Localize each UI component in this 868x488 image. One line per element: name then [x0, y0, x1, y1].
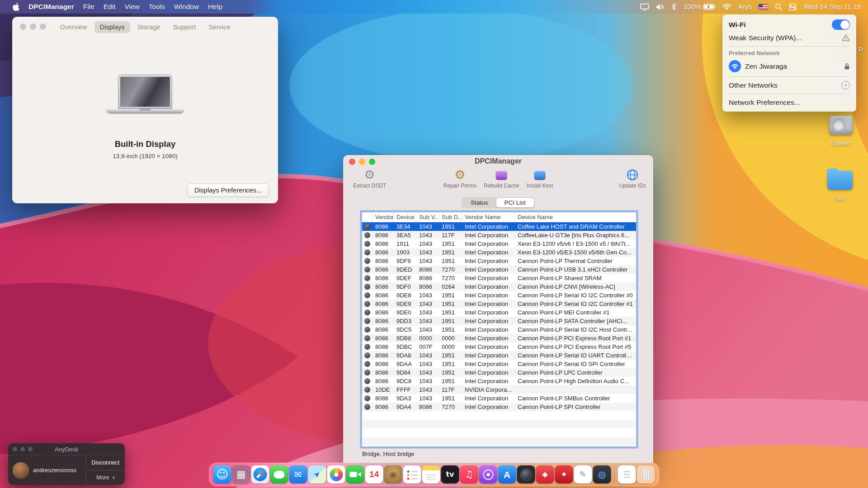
dock-calendar-icon[interactable]: 14 [365, 465, 383, 483]
zoom-button[interactable] [369, 159, 375, 165]
pci-row[interactable]: 80869DE810431951Intel CorporationCannon … [362, 291, 636, 300]
displays-preferences-button[interactable]: Displays Preferences... [187, 183, 269, 197]
dock-launchpad-icon[interactable]: ▦ [232, 465, 250, 483]
pci-row[interactable]: 80869DA810431951Intel CorporationCannon … [362, 351, 636, 360]
close-button[interactable] [349, 159, 355, 165]
pci-row[interactable]: 80869DB800000000Intel CorporationCannon … [362, 334, 636, 343]
dock-textedit-icon[interactable]: ✎ [574, 465, 592, 483]
bluetooth-icon[interactable] [671, 0, 676, 14]
dock-divider [614, 465, 615, 483]
tab-overview[interactable]: Overview [54, 21, 92, 33]
apple-menu[interactable] [8, 0, 24, 14]
pci-row[interactable]: 80869DA480867270Intel CorporationCannon … [362, 403, 636, 411]
menubar-app-name[interactable]: DPCIManager [24, 0, 79, 14]
about-this-mac-window: OverviewDisplaysStorageSupportService Bu… [12, 17, 278, 203]
wifi-icon[interactable] [722, 0, 731, 14]
pci-row[interactable]: 80863E3410431951Intel CorporationCoffee … [362, 222, 636, 231]
dock-notes-icon[interactable] [422, 465, 440, 483]
pci-row[interactable]: 8086191110431951Intel CorporationXeon E3… [362, 239, 636, 248]
column-device[interactable]: Device [394, 212, 416, 222]
disconnect-button[interactable]: Disconnect [86, 455, 125, 470]
pci-row[interactable]: 80863EA51043117FIntel CorporationCoffeeL… [362, 231, 636, 239]
dock-mail-icon[interactable]: ✉ [289, 465, 307, 483]
dock-safari-icon[interactable] [251, 465, 269, 483]
pci-row[interactable]: 80869DEF80867270Intel CorporationCannon … [362, 274, 636, 282]
dock-app-red-2-icon[interactable]: ✦ [555, 465, 573, 483]
screen-mirroring-icon[interactable] [640, 0, 649, 14]
pci-row[interactable]: 80869DED80867270Intel CorporationCannon … [362, 265, 636, 274]
volume-icon[interactable] [656, 0, 665, 14]
column-sub-v[interactable]: Sub V... [416, 212, 439, 222]
tab-service[interactable]: Service [203, 21, 236, 33]
pci-row[interactable]: 80869DAA10431951Intel CorporationCannon … [362, 360, 636, 368]
column-sub-d[interactable]: Sub D... [439, 212, 462, 222]
dock-music-icon[interactable]: ♫ [460, 465, 478, 483]
user-menu[interactable]: Arys [738, 0, 752, 14]
column-vendor-name[interactable]: Vendor Name [462, 212, 515, 222]
dock-app-red-1-icon[interactable]: ◆ [536, 465, 554, 483]
desktop-icon-doc[interactable]: Doc [823, 171, 857, 202]
pci-device-icon [362, 224, 373, 230]
wifi-toggle[interactable] [832, 19, 850, 30]
toolbar-install-kext[interactable]: Install Kext [527, 169, 553, 189]
close-button[interactable] [13, 447, 17, 451]
minimize-button[interactable] [359, 159, 365, 165]
tab-displays[interactable]: Displays [94, 21, 130, 33]
toolbar-extract-dsdt[interactable]: ⚙ Extract DSDT [353, 169, 386, 189]
dock-app-store-icon[interactable]: A [498, 465, 516, 483]
zoom-button[interactable] [28, 447, 33, 451]
menu-view[interactable]: View [120, 0, 144, 14]
dock-messages-icon[interactable] [270, 465, 288, 483]
toolbar-rebuild-cache[interactable]: Rebuild Cache [484, 169, 519, 189]
more-button[interactable]: More ▾ [86, 470, 125, 485]
pci-row[interactable]: 80869DF910431951Intel CorporationCannon … [362, 257, 636, 265]
input-language-flag-icon[interactable] [759, 0, 768, 14]
menu-tools[interactable]: Tools [144, 0, 170, 14]
pci-row[interactable]: 80869DC510431951Intel CorporationCannon … [362, 325, 636, 334]
menu-file[interactable]: File [79, 0, 99, 14]
pci-row[interactable]: 10DEFFFF1043117FNVIDIA Corpora... [362, 385, 636, 394]
pci-row[interactable]: 80869DD310431951Intel CorporationCannon … [362, 317, 636, 325]
pci-row[interactable]: 80869DBC007F0000Intel CorporationCannon … [362, 343, 636, 351]
pci-row[interactable]: 80869D8410431951Intel CorporationCannon … [362, 368, 636, 377]
dock-camera-icon[interactable] [517, 465, 535, 483]
dock-podcasts-icon[interactable] [479, 465, 497, 483]
toolbar-repair-perms[interactable]: ⚙ Repair Perms [443, 169, 476, 189]
dock-reminders-icon[interactable] [403, 465, 421, 483]
dock-maps-icon[interactable]: ➤ [308, 465, 326, 483]
pci-row[interactable]: 80869DA310431951Intel CorporationCannon … [362, 394, 636, 403]
desktop-icon-untitled[interactable]: Untitled [824, 116, 858, 147]
tab-support[interactable]: Support [167, 21, 201, 33]
dock-tv-icon[interactable]: tv [441, 465, 459, 483]
column-vendor[interactable]: Vendor [373, 212, 394, 222]
dock-trash-icon[interactable] [637, 465, 655, 483]
battery-indicator[interactable]: 100% [683, 0, 716, 14]
network-item-zen-jiwaraga[interactable]: Zen Jiwaraga [722, 58, 856, 74]
dock-documents-icon[interactable]: ☰ [618, 465, 636, 483]
toolbar-update-ids[interactable]: Update IDs [619, 169, 646, 189]
pci-row[interactable]: 80869DE010431951Intel CorporationCannon … [362, 308, 636, 317]
dock-app-brown-icon[interactable]: ◉ [384, 465, 402, 483]
column-device-name[interactable]: Device Name [515, 212, 636, 222]
pci-row[interactable]: 80869DF080860264Intel CorporationCannon … [362, 282, 636, 291]
dock-app-gray-icon[interactable]: ◍ [593, 465, 611, 483]
dock-facetime-icon[interactable] [346, 465, 364, 483]
menubar-clock[interactable]: Wed 14 Sep 11.19 [803, 0, 861, 14]
pci-row[interactable]: 80869DC810431951Intel CorporationCannon … [362, 377, 636, 385]
spotlight-icon[interactable] [775, 0, 782, 14]
segment-status[interactable]: Status [462, 198, 496, 207]
control-center-icon[interactable] [789, 0, 797, 14]
minimize-button[interactable] [20, 447, 25, 451]
other-networks-item[interactable]: Other Networks › [722, 79, 856, 91]
pci-row[interactable]: 8086190310431951Intel CorporationXeon E3… [362, 248, 636, 257]
menu-help[interactable]: Help [203, 0, 227, 14]
segment-pci-list[interactable]: PCI List [496, 198, 534, 207]
menu-window[interactable]: Window [170, 0, 203, 14]
menu-edit[interactable]: Edit [99, 0, 120, 14]
network-preferences-item[interactable]: Network Preferences... [722, 96, 856, 108]
dock-finder-icon[interactable]: ☺ [213, 465, 231, 483]
dock-photos-icon[interactable] [327, 465, 345, 483]
gear-icon: ⚙ [364, 169, 375, 181]
tab-storage[interactable]: Storage [132, 21, 166, 33]
pci-row[interactable]: 80869DE910431951Intel CorporationCannon … [362, 300, 636, 308]
